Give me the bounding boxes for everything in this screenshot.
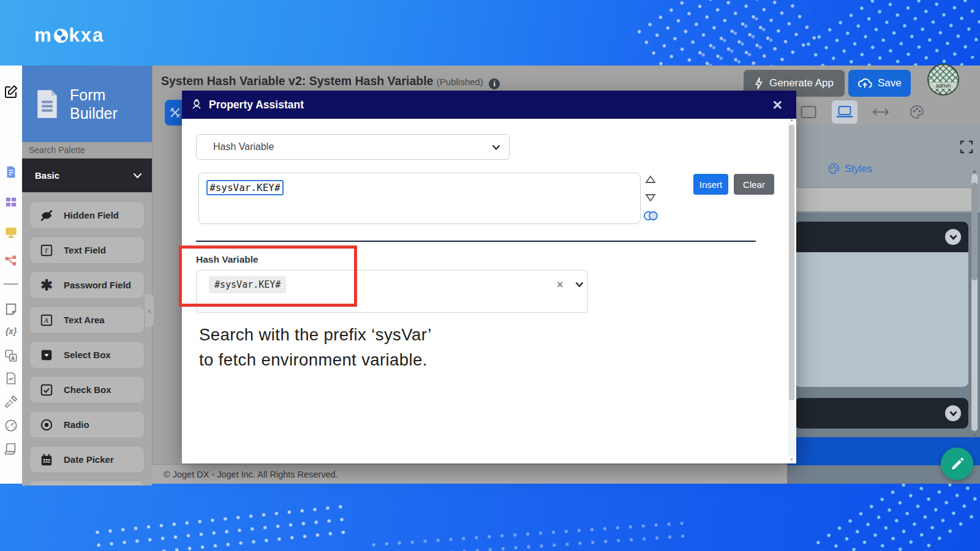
- style-input-bar[interactable]: [794, 187, 976, 212]
- palette-item-text-area[interactable]: A Text Area: [29, 306, 145, 334]
- footer: © Joget DX - Joget Inc. All Rights Reser…: [152, 464, 787, 484]
- chevron-down-icon: [492, 144, 500, 150]
- toggle-icon[interactable]: [644, 211, 658, 222]
- chevron-down-icon[interactable]: [945, 229, 961, 245]
- palette-collapse-handle[interactable]: ‹: [145, 294, 154, 327]
- form-doc-icon[interactable]: [4, 165, 18, 179]
- chevron-down-icon[interactable]: [945, 405, 961, 421]
- scrollbar-down-arrow[interactable]: ▼: [971, 433, 978, 439]
- datalist-grid-icon[interactable]: [4, 195, 18, 209]
- palette-item-partial[interactable]: [29, 481, 145, 485]
- palette-title: Form Builder: [70, 86, 118, 122]
- pencil-ruler-icon: [169, 107, 181, 119]
- move-down-icon[interactable]: [645, 193, 656, 202]
- theme-palette-icon[interactable]: [904, 100, 930, 124]
- variables-icon[interactable]: {x}: [4, 324, 18, 339]
- report-doc-icon[interactable]: [4, 371, 18, 386]
- move-up-icon[interactable]: [645, 175, 656, 184]
- calendar-icon: [39, 452, 55, 468]
- palette-section-basic[interactable]: Basic: [22, 159, 152, 192]
- accordion-content: [794, 252, 968, 387]
- insert-button[interactable]: Insert: [693, 174, 728, 195]
- info-icon[interactable]: i: [489, 78, 500, 89]
- translation-icon[interactable]: [4, 348, 18, 363]
- palette-item-check-box[interactable]: Check Box: [29, 376, 145, 403]
- hash-expression-editor[interactable]: #sysVar.KEY#: [198, 173, 641, 224]
- asterisk-icon: ✱: [39, 277, 55, 293]
- cloud-upload-icon: [858, 77, 872, 89]
- chevron-down-icon: [133, 173, 142, 179]
- palette-item-hidden-field[interactable]: Hidden Field: [29, 201, 145, 229]
- notes-icon[interactable]: [4, 302, 18, 317]
- resize-width-icon[interactable]: [868, 100, 894, 124]
- search-input[interactable]: Search Palette: [22, 142, 152, 159]
- published-status: (Published): [437, 77, 483, 87]
- svg-text:A: A: [43, 317, 48, 324]
- globe-icon: [54, 29, 68, 43]
- palette-item-label: Check Box: [64, 384, 111, 395]
- accordion-header-2[interactable]: [794, 398, 968, 429]
- palette-item-radio[interactable]: Radio: [29, 411, 145, 438]
- palette-item-select-box[interactable]: Select Box: [29, 341, 145, 369]
- rail-divider: [4, 283, 18, 285]
- process-flow-icon[interactable]: [4, 254, 18, 269]
- dot-pattern: [367, 517, 687, 551]
- collapse-icon: ‹: [148, 306, 151, 315]
- modal-title: Property Assistant: [209, 99, 772, 111]
- clear-button[interactable]: Clear: [734, 174, 774, 195]
- pencil-icon: [950, 457, 965, 471]
- text-input-icon: T: [39, 242, 55, 258]
- palette-item-password-field[interactable]: ✱ Password Field: [29, 271, 145, 299]
- clear-selection-icon[interactable]: ×: [557, 279, 564, 291]
- palette-item-label: Password Field: [64, 280, 131, 290]
- var-glyph: {x}: [6, 326, 17, 336]
- radio-icon: [39, 417, 55, 433]
- palette-item-text-field[interactable]: T Text Field: [29, 236, 145, 264]
- palette-item-label: Text Field: [64, 245, 106, 255]
- mokxa-logo: mkxa: [34, 24, 104, 47]
- performance-gauge-icon[interactable]: [4, 418, 18, 433]
- palette-item-label: Date Picker: [64, 454, 114, 465]
- userview-monitor-icon[interactable]: [4, 225, 18, 239]
- edit-pencil-icon[interactable]: [4, 84, 18, 99]
- form-palette: Form Builder Search Palette Basic Hidden…: [22, 66, 152, 485]
- generate-app-label: Generate App: [769, 77, 834, 89]
- panel-scrollbar-thumb[interactable]: [971, 182, 978, 280]
- hash-type-select[interactable]: Hash Variable: [196, 134, 510, 160]
- annotation-highlight-box: [179, 246, 357, 307]
- form-title-text: System Hash Variable v2: System Hash Var…: [161, 74, 433, 88]
- palette-item-date-picker[interactable]: Date Picker: [29, 446, 145, 473]
- palette-item-list: Hidden Field T Text Field ✱ Password Fie…: [22, 192, 152, 485]
- styles-tab-label: Styles: [845, 163, 872, 174]
- scrollbar-up-arrow[interactable]: ▲: [788, 118, 795, 122]
- top-banner: [0, 0, 980, 66]
- close-icon[interactable]: ✕: [772, 99, 783, 111]
- copyright-text: © Joget DX - Joget Inc. All Rights Reser…: [164, 470, 338, 479]
- device-preview-toolbar: [796, 100, 930, 124]
- plugin-icon[interactable]: [4, 394, 18, 409]
- scrollbar-down-arrow[interactable]: ▼: [788, 457, 795, 462]
- modal-scrollbar-thumb[interactable]: [789, 125, 794, 400]
- app-nav-rail: {x}: [0, 66, 22, 484]
- chevron-down-icon[interactable]: [575, 279, 584, 290]
- tablet-view-icon[interactable]: [796, 100, 821, 124]
- eye-slash-icon: [39, 208, 55, 223]
- accordion-header-1[interactable]: [794, 222, 968, 252]
- fullscreen-icon[interactable]: [959, 140, 974, 154]
- tab-styles[interactable]: Styles: [828, 163, 872, 174]
- select-icon: [39, 347, 55, 363]
- script-scroll-icon[interactable]: [4, 441, 18, 456]
- page-title: System Hash Variable v2: System Hash Var…: [161, 74, 500, 89]
- edit-fab-button[interactable]: [941, 448, 973, 480]
- modal-scrollbar[interactable]: ▲ ▼: [788, 122, 795, 456]
- avatar[interactable]: admin: [929, 65, 958, 94]
- save-label: Save: [878, 77, 902, 89]
- dot-pattern: [90, 500, 350, 551]
- laptop-view-icon[interactable]: [832, 100, 858, 124]
- panel-scrollbar[interactable]: [971, 174, 978, 431]
- bottom-banner: [0, 484, 980, 551]
- scrollbar-up-arrow[interactable]: ▲: [971, 168, 978, 174]
- lightning-icon: [755, 77, 763, 89]
- save-button[interactable]: Save: [848, 70, 911, 97]
- modal-divider: [196, 241, 756, 242]
